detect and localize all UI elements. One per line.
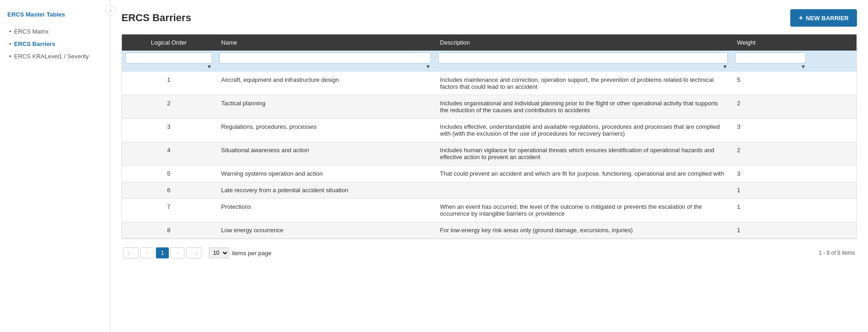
col-header-action <box>810 34 857 51</box>
cell-weight: 3 <box>731 166 810 182</box>
cell-description <box>435 182 732 199</box>
table-row: 7ProtectionsWhen an event has occurred, … <box>122 199 857 222</box>
cell-order: 3 <box>122 119 216 142</box>
pag-next-button[interactable]: → <box>171 247 184 258</box>
sidebar-toggle[interactable]: ‹ <box>105 6 115 16</box>
sidebar: ERCS Master Tables ‹ • ERCS Matrix • ERC… <box>0 0 110 332</box>
pagination-summary: 1 - 8 of 8 items <box>819 250 855 256</box>
cell-order: 7 <box>122 199 216 222</box>
main-header: ERCS Barriers + NEW BARRIER <box>121 9 857 27</box>
cell-name: Warning systems operation and action <box>216 166 435 182</box>
table-row: 4Situational awareness and actionInclude… <box>122 142 857 166</box>
cell-name: Situational awareness and action <box>216 142 435 166</box>
cell-description: When an event has occurred, the level of… <box>435 199 732 222</box>
table-row: 1Aircraft, equipment and infrastructure … <box>122 72 857 95</box>
filter-order-cell: ▼ <box>122 51 216 72</box>
table-row: 6Late recovery from a potential accident… <box>122 182 857 199</box>
filter-description-cell: ▼ <box>435 51 732 72</box>
filter-order-input[interactable] <box>126 52 212 63</box>
cell-action <box>810 182 857 199</box>
filter-weight-icon: ▼ <box>800 63 806 70</box>
cell-action <box>810 199 857 222</box>
filter-name-input[interactable] <box>219 52 431 63</box>
bullet-icon: • <box>9 40 11 47</box>
main-content: ERCS Barriers + NEW BARRIER Logical Orde… <box>110 0 868 332</box>
cell-name: Tactical planning <box>216 95 435 119</box>
filter-description-input[interactable] <box>438 52 728 63</box>
filter-description-icon: ▼ <box>722 63 728 70</box>
filter-action-cell <box>810 51 857 72</box>
cell-action <box>810 119 857 142</box>
sidebar-link-matrix[interactable]: ERCS Matrix <box>14 28 49 35</box>
sidebar-link-barriers[interactable]: ERCS Barriers <box>14 40 56 47</box>
cell-name: Protections <box>216 199 435 222</box>
cell-name: Aircraft, equipment and infrastructure d… <box>216 72 435 95</box>
cell-action <box>810 166 857 182</box>
plus-icon: + <box>799 14 803 22</box>
pag-last-button[interactable]: →| <box>186 247 201 258</box>
pag-prev-button[interactable]: ← <box>140 247 154 258</box>
cell-description: That could prevent an accident and which… <box>435 166 732 182</box>
filter-order-icon: ▼ <box>207 63 212 70</box>
col-header-order: Logical Order <box>122 34 216 51</box>
cell-description: For low-energy key risk areas only (grou… <box>435 222 732 239</box>
col-header-name: Name <box>216 34 435 51</box>
table-row: 2Tactical planningIncludes organisationa… <box>122 95 857 119</box>
col-header-description: Description <box>435 34 732 51</box>
filter-weight-input[interactable] <box>735 52 806 63</box>
table-wrapper: Logical Order Name Description Weight ▼ … <box>121 34 857 239</box>
page-title: ERCS Barriers <box>121 12 191 24</box>
cell-order: 1 <box>122 72 216 95</box>
table-body: 1Aircraft, equipment and infrastructure … <box>122 72 857 239</box>
new-barrier-button[interactable]: + NEW BARRIER <box>790 9 857 27</box>
cell-order: 6 <box>122 182 216 199</box>
barriers-table: Logical Order Name Description Weight ▼ … <box>122 34 857 239</box>
sidebar-item-kra[interactable]: • ERCS KRALevel1 / Severity <box>0 50 110 63</box>
cell-weight: 2 <box>731 142 810 166</box>
bullet-icon: • <box>9 53 11 60</box>
sidebar-item-matrix[interactable]: • ERCS Matrix <box>0 25 110 38</box>
pagination-left: |← ← 1 → →| 10 25 50 items per page <box>123 247 271 258</box>
sidebar-title[interactable]: ERCS Master Tables <box>0 7 110 25</box>
cell-weight: 1 <box>731 199 810 222</box>
cell-description: Includes organisational and individual p… <box>435 95 732 119</box>
cell-description: Includes human vigilance for operational… <box>435 142 732 166</box>
cell-order: 8 <box>122 222 216 239</box>
pagination: |← ← 1 → →| 10 25 50 items per page 1 - … <box>121 243 857 263</box>
col-header-weight: Weight <box>731 34 810 51</box>
new-barrier-label: NEW BARRIER <box>806 15 849 22</box>
table-row: 8Low energy occurrenceFor low-energy key… <box>122 222 857 239</box>
filter-name-cell: ▼ <box>216 51 435 72</box>
cell-name: Late recovery from a potential accident … <box>216 182 435 199</box>
cell-order: 2 <box>122 95 216 119</box>
per-page-selector: 10 25 50 items per page <box>209 247 271 258</box>
items-per-page-label: items per page <box>232 250 271 257</box>
cell-weight: 1 <box>731 222 810 239</box>
cell-description: Includes maintenance and correction, ope… <box>435 72 732 95</box>
cell-weight: 5 <box>731 72 810 95</box>
cell-action <box>810 95 857 119</box>
cell-description: Includes effective, understandable and a… <box>435 119 732 142</box>
cell-action <box>810 72 857 95</box>
cell-weight: 1 <box>731 182 810 199</box>
filter-weight-cell: ▼ <box>731 51 810 72</box>
cell-name: Low energy occurrence <box>216 222 435 239</box>
pag-page-1-button[interactable]: 1 <box>156 247 169 258</box>
sidebar-link-kra[interactable]: ERCS KRALevel1 / Severity <box>14 53 89 60</box>
cell-name: Regulations, procedures, processes <box>216 119 435 142</box>
filter-row: ▼ ▼ ▼ ▼ <box>122 51 857 72</box>
per-page-select[interactable]: 10 25 50 <box>209 247 229 258</box>
cell-action <box>810 142 857 166</box>
table-header-row: Logical Order Name Description Weight <box>122 34 857 51</box>
bullet-icon: • <box>9 28 11 35</box>
cell-action <box>810 222 857 239</box>
table-row: 5Warning systems operation and actionTha… <box>122 166 857 182</box>
sidebar-item-barriers[interactable]: • ERCS Barriers <box>0 38 110 50</box>
filter-name-icon: ▼ <box>425 63 431 70</box>
cell-order: 5 <box>122 166 216 182</box>
cell-weight: 3 <box>731 119 810 142</box>
cell-weight: 2 <box>731 95 810 119</box>
cell-order: 4 <box>122 142 216 166</box>
table-row: 3Regulations, procedures, processesInclu… <box>122 119 857 142</box>
pag-first-button[interactable]: |← <box>123 247 138 258</box>
